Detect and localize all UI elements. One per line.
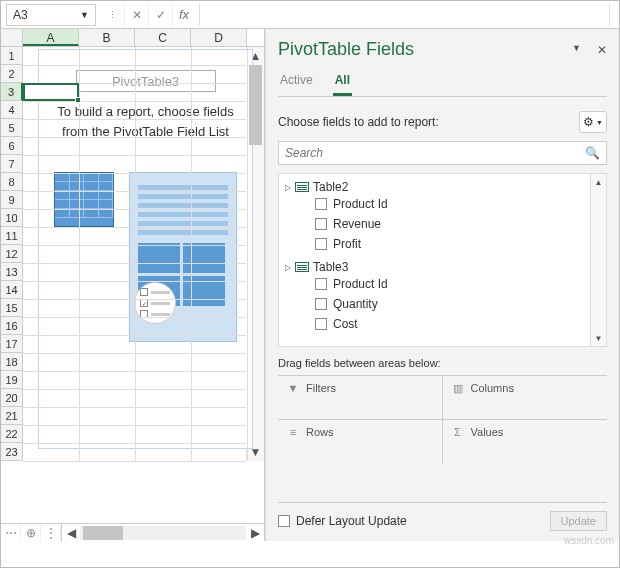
new-sheet-icon[interactable]: ⊕	[21, 524, 41, 542]
caret-icon: ▷	[285, 183, 291, 192]
field-Product-Id[interactable]: Product Id	[285, 194, 584, 214]
row-header-10[interactable]: 10	[1, 209, 23, 227]
watermark: wsxdn.com	[564, 535, 614, 546]
drop-areas: ▼Filters ▥Columns ≡Rows ΣValues	[278, 375, 607, 464]
field-checkbox[interactable]	[315, 278, 327, 290]
selected-cell[interactable]	[23, 83, 79, 101]
formula-input[interactable]	[199, 4, 609, 26]
search-input[interactable]	[285, 146, 585, 160]
chevron-down-icon: ▼	[596, 119, 603, 126]
defer-layout-checkbox[interactable]	[278, 515, 290, 527]
field-Profit[interactable]: Profit	[285, 234, 584, 254]
table-node-Table3[interactable]: ▷Table3	[285, 260, 584, 274]
enter-icon[interactable]: ✓	[149, 4, 173, 26]
row-header-7[interactable]: 7	[1, 155, 23, 173]
col-header-D[interactable]: D	[191, 29, 247, 46]
row-header-4[interactable]: 4	[1, 101, 23, 119]
gear-icon: ⚙	[583, 115, 594, 129]
table-node-Table2[interactable]: ▷Table2	[285, 180, 584, 194]
fieldlist-scroll[interactable]: ▲ ▼	[591, 173, 607, 347]
row-header-18[interactable]: 18	[1, 353, 23, 371]
drag-fields-label: Drag fields between areas below:	[278, 357, 607, 369]
tab-active[interactable]: Active	[278, 70, 315, 96]
cell-grid[interactable]: PivotTable3 To build a report, choose fi…	[23, 47, 246, 461]
values-area[interactable]: ΣValues	[443, 420, 608, 464]
row-header-12[interactable]: 12	[1, 245, 23, 263]
row-header-2[interactable]: 2	[1, 65, 23, 83]
scroll-right-icon[interactable]: ▶	[246, 525, 264, 541]
col-header-C[interactable]: C	[135, 29, 191, 46]
row-header-16[interactable]: 16	[1, 317, 23, 335]
row-header-20[interactable]: 20	[1, 389, 23, 407]
pane-title: PivotTable Fields	[278, 39, 414, 60]
row-header-21[interactable]: 21	[1, 407, 23, 425]
tab-scroll-icon[interactable]: ⋯	[1, 524, 21, 542]
row-header-8[interactable]: 8	[1, 173, 23, 191]
row-header-5[interactable]: 5	[1, 119, 23, 137]
field-Cost[interactable]: Cost	[285, 314, 584, 334]
col-header-A[interactable]: A	[23, 29, 79, 46]
fb-dropdown-icon[interactable]: ⋮	[101, 4, 125, 26]
filters-area[interactable]: ▼Filters	[278, 376, 443, 420]
columns-area[interactable]: ▥Columns	[443, 376, 608, 420]
name-box[interactable]: A3 ▼	[6, 4, 96, 26]
field-checkbox[interactable]	[315, 198, 327, 210]
row-header-14[interactable]: 14	[1, 281, 23, 299]
columns-icon: ▥	[451, 382, 465, 395]
cancel-icon[interactable]: ✕	[125, 4, 149, 26]
sheet-vscroll[interactable]: ▲ ▼	[246, 47, 264, 461]
field-checkbox[interactable]	[315, 238, 327, 250]
defer-layout-label: Defer Layout Update	[296, 514, 407, 528]
choose-fields-label: Choose fields to add to report:	[278, 115, 439, 129]
select-all-corner[interactable]	[1, 29, 23, 46]
pane-close-icon[interactable]: ✕	[597, 43, 607, 57]
tab-handle-icon[interactable]: ⋮	[41, 524, 61, 542]
pane-options-icon[interactable]: ▼	[572, 43, 581, 57]
worksheet: ABCD 12345678910111213141516171819202122…	[1, 29, 265, 541]
vscroll-thumb[interactable]	[249, 65, 262, 145]
field-search-box[interactable]: 🔍	[278, 141, 607, 165]
field-Quantity[interactable]: Quantity	[285, 294, 584, 314]
scroll-left-icon[interactable]: ◀	[62, 525, 80, 541]
tab-all[interactable]: All	[333, 70, 352, 96]
update-button[interactable]: Update	[550, 511, 607, 531]
formula-expand-icon[interactable]	[609, 4, 619, 26]
hscroll-thumb[interactable]	[83, 526, 123, 540]
fl-scroll-down-icon[interactable]: ▼	[591, 330, 606, 346]
rows-label: Rows	[306, 426, 334, 438]
row-header-1[interactable]: 1	[1, 47, 23, 65]
pivottable-fields-pane: PivotTable Fields ▼ ✕ Active All Choose …	[265, 29, 619, 541]
search-icon: 🔍	[585, 146, 600, 160]
col-header-B[interactable]: B	[79, 29, 135, 46]
field-Product-Id[interactable]: Product Id	[285, 274, 584, 294]
field-checkbox[interactable]	[315, 298, 327, 310]
row-header-22[interactable]: 22	[1, 425, 23, 443]
hscroll-track[interactable]	[80, 526, 246, 540]
fx-label[interactable]: fx	[173, 7, 195, 22]
values-label: Values	[471, 426, 504, 438]
pivottable-placeholder-title: PivotTable3	[76, 70, 216, 92]
field-Revenue[interactable]: Revenue	[285, 214, 584, 234]
name-box-dropdown-icon[interactable]: ▼	[80, 10, 89, 20]
illus-table-icon	[54, 172, 114, 227]
rows-icon: ≡	[286, 426, 300, 438]
filters-label: Filters	[306, 382, 336, 394]
fl-scroll-up-icon[interactable]: ▲	[591, 174, 606, 190]
caret-icon: ▷	[285, 263, 291, 272]
table-icon	[295, 182, 309, 192]
layout-options-button[interactable]: ⚙▼	[579, 111, 607, 133]
row-header-17[interactable]: 17	[1, 335, 23, 353]
row-header-15[interactable]: 15	[1, 299, 23, 317]
pivottable-placeholder-msg: To build a report, choose fields from th…	[39, 102, 252, 142]
row-header-3[interactable]: 3	[1, 83, 23, 101]
row-header-6[interactable]: 6	[1, 137, 23, 155]
field-checkbox[interactable]	[315, 218, 327, 230]
row-header-19[interactable]: 19	[1, 371, 23, 389]
row-header-23[interactable]: 23	[1, 443, 23, 461]
row-header-9[interactable]: 9	[1, 191, 23, 209]
row-header-11[interactable]: 11	[1, 227, 23, 245]
rows-area[interactable]: ≡Rows	[278, 420, 443, 464]
field-tree[interactable]: ▷Table2Product IdRevenueProfit▷Table3Pro…	[278, 173, 591, 347]
row-header-13[interactable]: 13	[1, 263, 23, 281]
field-checkbox[interactable]	[315, 318, 327, 330]
